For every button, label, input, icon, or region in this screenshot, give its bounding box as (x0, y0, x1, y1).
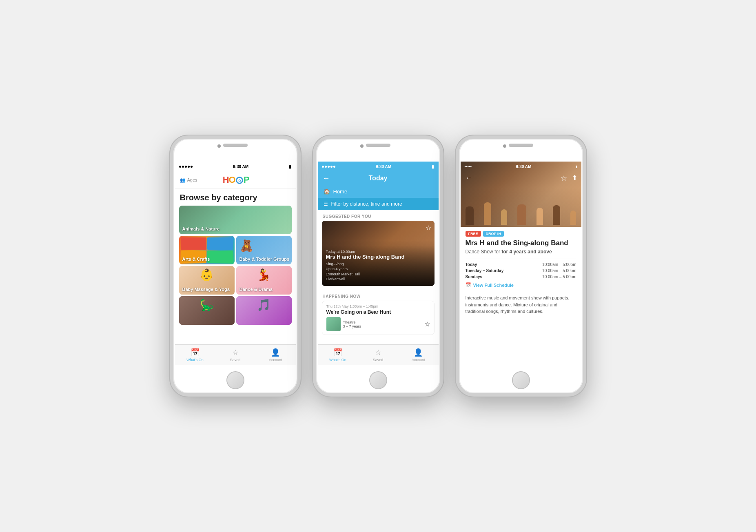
filter-label: Filter by distance, time and more (331, 201, 402, 207)
category-row-1: Arts & Crafts 🧸 Baby & Toddler Groups (179, 236, 292, 264)
star-icon-1: ☆ (232, 348, 239, 357)
category-music[interactable]: 🎵 (236, 296, 292, 325)
category-baby-massage[interactable]: 👶 Baby Massage & Yoga (179, 266, 235, 295)
suggested-info: Today at 10:00am Mrs H and the Sing-alon… (322, 246, 435, 286)
badge-row: FREE DROP IN (466, 231, 576, 237)
event-type: Dance Show for for 4 years and above (466, 249, 576, 255)
volume-down-button-2 (313, 198, 314, 214)
status-time-3: 9:30 AM (516, 164, 531, 169)
hoop-logo: HOoP (223, 175, 249, 185)
phone-3: ••••• 9:30 AM ▮ (456, 135, 586, 397)
event-type-label: Dance Show (466, 249, 493, 255)
favorite-icon[interactable]: ☆ (561, 174, 567, 183)
dropin-badge: DROP IN (483, 231, 504, 237)
status-dots-3: ••••• (465, 164, 472, 169)
category-animals-label: Animals & Nature (182, 226, 220, 232)
calendar-icon-2: 📅 (333, 348, 342, 357)
happening-row: Theatre 3 – 7 years ☆ (326, 317, 430, 331)
share-icon[interactable]: ⬆ (572, 174, 577, 182)
event-age-value: for 4 years and above (501, 249, 552, 255)
category-animals[interactable]: Animals & Nature (179, 206, 292, 234)
save-star-icon[interactable]: ☆ (426, 224, 431, 232)
schedule-tues-sat-time: 10:00am – 5:00pm (542, 268, 576, 273)
star-icon-2: ☆ (375, 348, 381, 357)
battery-icon: ▮ (289, 164, 291, 169)
schedule-today: Today 10:00am – 5:00pm (466, 262, 576, 267)
event-detail-content: FREE DROP IN Mrs H and the Sing-along Ba… (461, 227, 581, 344)
logo-o2: o (236, 177, 243, 184)
status-time-2: 9:30 AM (376, 164, 391, 169)
home-row[interactable]: 🏠 Home (318, 185, 439, 198)
tab-whats-on-1[interactable]: 📅 What's On (175, 348, 215, 362)
schedule-sundays: Sundays 10:00am – 5:00pm (466, 275, 576, 279)
happening-type: Theatre (343, 320, 361, 324)
today-header: ← Today (318, 171, 439, 185)
tab-account-2[interactable]: 👤 Account (398, 348, 439, 362)
today-title: Today (369, 175, 388, 182)
category-grid: Animals & Nature Arts & Cra (175, 206, 296, 325)
event-age-label: for (494, 249, 501, 255)
calendar-icon-3: 📅 (466, 282, 471, 288)
suggested-time: Today at 10:00am (326, 250, 430, 254)
happening-info: Theatre 3 – 7 years (343, 320, 361, 328)
phone-1-wrapper: 9:30 AM ▮ 👥 Ages HOoP Browse by category (170, 135, 301, 397)
phone-1-screen: 9:30 AM ▮ 👥 Ages HOoP Browse by category (175, 162, 296, 365)
home-icon: 🏠 (324, 188, 330, 195)
category-arts[interactable]: Arts & Crafts (179, 236, 235, 264)
category-row-2: 👶 Baby Massage & Yoga 💃 Dance & Drama (179, 266, 292, 295)
free-badge: FREE (466, 231, 481, 237)
account-icon-1: 👤 (271, 348, 280, 357)
tab-whats-on-label-2: What's On (329, 358, 346, 362)
power-button-3 (585, 188, 586, 208)
schedule-tues-sat-day: Tuesday – Saturday (466, 268, 504, 273)
logo-h: H (223, 175, 229, 185)
browse-title: Browse by category (175, 189, 296, 206)
phone-3-wrapper: ••••• 9:30 AM ▮ (456, 135, 586, 397)
tab-account-1[interactable]: 👤 Account (255, 348, 296, 362)
phone1-header: 👥 Ages HOoP (175, 171, 296, 189)
filter-row[interactable]: ☰ Filter by distance, time and more (318, 198, 439, 210)
happening-time: Thu 12th May 1:00pm – 1:45pm (326, 304, 430, 308)
schedule-list: Today 10:00am – 5:00pm Tuesday – Saturda… (466, 262, 576, 279)
ages-label: Ages (187, 177, 197, 182)
home-button-1[interactable] (226, 371, 244, 389)
schedule-sundays-day: Sundays (466, 275, 483, 279)
happening-heading: HAPPENING NOW (318, 290, 439, 301)
status-time-1: 9:30 AM (233, 164, 248, 169)
category-baby-toddler[interactable]: 🧸 Baby & Toddler Groups (236, 236, 292, 264)
suggested-card[interactable]: ☆ Today at 10:00am Mrs H and the Sing-al… (322, 221, 435, 286)
tab-saved-1[interactable]: ☆ Saved (215, 348, 255, 362)
happening-card[interactable]: Thu 12th May 1:00pm – 1:45pm We're Going… (322, 301, 435, 335)
home-button-2[interactable] (369, 371, 387, 389)
view-schedule-label: View Full Schedule (473, 283, 514, 288)
volume-up-button-3 (456, 180, 457, 192)
account-icon-2: 👤 (414, 348, 423, 357)
view-schedule-button[interactable]: 📅 View Full Schedule (466, 282, 576, 288)
category-dance-drama[interactable]: 💃 Dance & Drama (236, 266, 292, 295)
phones-container: 9:30 AM ▮ 👥 Ages HOoP Browse by category (170, 135, 586, 397)
tab-bar-1: 📅 What's On ☆ Saved 👤 Account (175, 344, 296, 365)
divider-2 (466, 291, 576, 291)
power-button (300, 188, 301, 208)
back-button-2[interactable]: ← (323, 174, 330, 183)
tab-whats-on-2[interactable]: 📅 What's On (318, 348, 358, 362)
filter-icon: ☰ (324, 201, 328, 207)
phone-2-screen: 9:30 AM ▮ ← Today 🏠 Home ☰ Filter by dis… (318, 162, 439, 365)
back-button-3[interactable]: ← (466, 174, 473, 182)
signal-icon-2 (322, 166, 335, 168)
volume-down-button (170, 198, 171, 214)
battery-icon-3: ▮ (576, 165, 577, 168)
happening-star-icon[interactable]: ☆ (424, 320, 430, 328)
event-image: ••••• 9:30 AM ▮ (461, 162, 581, 227)
schedule-sundays-time: 10:00am – 5:00pm (542, 275, 576, 279)
category-dinosaurs[interactable]: 🦕 (179, 296, 235, 325)
home-button-3[interactable] (512, 371, 530, 389)
suggested-details: Sing-AlongUp to 4 yearsExmouth Market Ha… (326, 262, 430, 282)
tab-saved-2[interactable]: ☆ Saved (358, 348, 398, 362)
tab-saved-label-1: Saved (230, 358, 241, 362)
happening-name: We're Going on a Bear Hunt (326, 309, 430, 315)
happening-thumb (326, 317, 341, 331)
ages-button[interactable]: 👥 Ages (180, 177, 197, 183)
category-baby-toddler-label: Baby & Toddler Groups (239, 257, 290, 262)
phone-3-screen: ••••• 9:30 AM ▮ (461, 162, 581, 365)
